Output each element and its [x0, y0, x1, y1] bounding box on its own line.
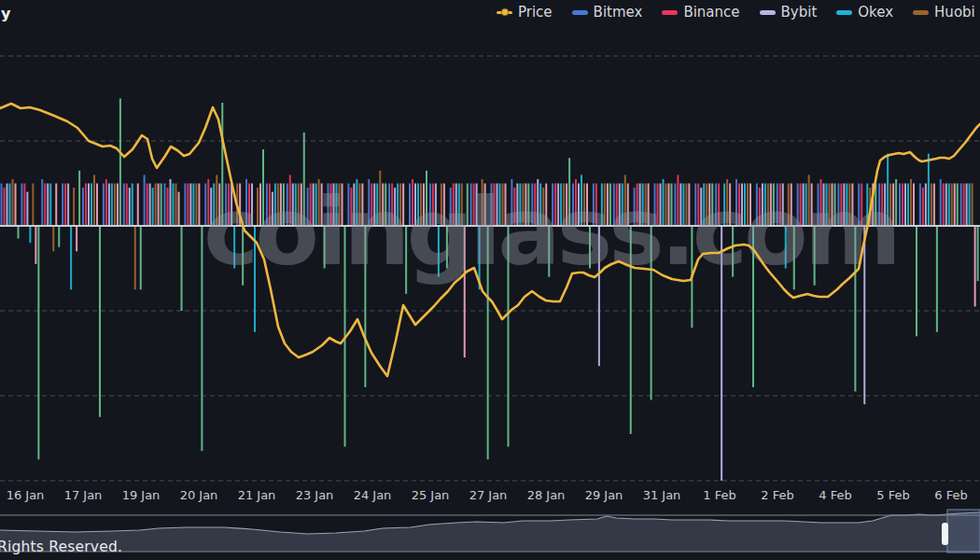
- copyright-text: Rights Reserved.: [0, 539, 122, 555]
- navigator-resize-handle[interactable]: [942, 523, 948, 545]
- navigator-area: [0, 512, 980, 552]
- funding-rate-chart-page: coinglass.com y PriceBitmexBinanceBybitO…: [0, 0, 980, 560]
- range-navigator[interactable]: [0, 0, 980, 560]
- navigator-selected-range[interactable]: [947, 510, 980, 553]
